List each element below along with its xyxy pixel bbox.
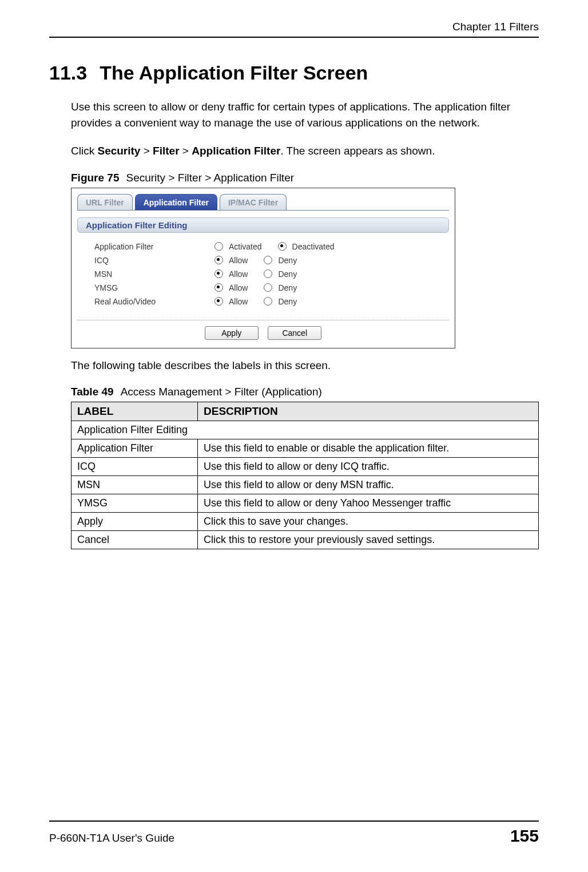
radio-label: Deny — [278, 297, 297, 306]
form-row-label: YMSG — [94, 283, 214, 292]
table-cell-description: Use this field to allow or deny Yahoo Me… — [198, 494, 539, 513]
form-row-label: Real Audio/Video — [94, 297, 214, 306]
tabs-row: URL Filter Application Filter IP/MAC Fil… — [71, 188, 455, 210]
radio-group: AllowDeny — [214, 283, 307, 292]
radio-label: Deny — [278, 283, 297, 292]
radio-group: AllowDeny — [214, 269, 307, 279]
radio-option[interactable] — [264, 283, 272, 292]
table-caption-text: Access Management > Filter (Application) — [121, 386, 322, 398]
screenshot-figure: URL Filter Application Filter IP/MAC Fil… — [71, 188, 455, 348]
radio-option[interactable] — [214, 242, 223, 251]
table-header-label: LABEL — [71, 402, 198, 421]
table-number: Table 49 — [71, 386, 114, 398]
radio-label: Deny — [278, 269, 297, 279]
radio-option[interactable] — [214, 256, 223, 264]
table-cell-label: Application Filter — [71, 439, 198, 458]
radio-label: Allow — [229, 297, 248, 306]
radio-label: Deny — [278, 256, 297, 265]
table-cell-description: Click this to save your changes. — [198, 513, 539, 531]
click-prefix: Click — [71, 145, 97, 157]
click-path-filter: Filter — [153, 145, 179, 157]
form-row-label: MSN — [94, 269, 214, 279]
tab-application-filter[interactable]: Application Filter — [135, 194, 217, 210]
click-path-security: Security — [97, 145, 140, 157]
radio-label: Activated — [229, 242, 262, 251]
table-cell-label: ICQ — [71, 458, 198, 476]
tab-url-filter[interactable]: URL Filter — [77, 194, 133, 210]
radio-label: Allow — [229, 269, 248, 279]
figure-caption-text: Security > Filter > Application Filter — [126, 172, 294, 184]
form-row: MSNAllowDeny — [94, 267, 448, 281]
figure-number: Figure 75 — [71, 172, 119, 184]
table-body: Application Filter EditingApplication Fi… — [71, 421, 539, 549]
tab-ipmac-filter[interactable]: IP/MAC Filter — [220, 194, 287, 210]
description-table: LABEL DESCRIPTION Application Filter Edi… — [71, 402, 539, 549]
form-row-label: Application Filter — [94, 242, 214, 251]
radio-label: Allow — [229, 283, 248, 292]
table-row: ApplyClick this to save your changes. — [71, 513, 539, 531]
radio-group: AllowDeny — [214, 256, 307, 265]
table-header-description: DESCRIPTION — [198, 402, 539, 421]
section-title: The Application Filter Screen — [100, 62, 368, 84]
table-row: ICQUse this field to allow or deny ICQ t… — [71, 458, 539, 476]
click-path-paragraph: Click Security > Filter > Application Fi… — [71, 143, 539, 159]
radio-option[interactable] — [214, 283, 223, 292]
form-row: YMSGAllowDeny — [94, 281, 448, 295]
table-cell-description: Use this field to allow or deny MSN traf… — [198, 476, 539, 494]
form-row: Application FilterActivatedDeactivated — [94, 240, 448, 253]
section-number: 11.3 — [49, 62, 87, 84]
table-cell-label: MSN — [71, 476, 198, 494]
form-area: Application FilterActivatedDeactivatedIC… — [71, 233, 455, 312]
click-suffix: . The screen appears as shown. — [280, 145, 435, 157]
radio-option[interactable] — [264, 297, 272, 306]
table-caption: Table 49Access Management > Filter (Appl… — [71, 386, 539, 398]
form-row-label: ICQ — [94, 256, 214, 265]
table-row: MSNUse this field to allow or deny MSN t… — [71, 476, 539, 494]
table-row: Application Filter Editing — [71, 421, 539, 439]
page-footer: P-660N-T1A User's Guide 155 — [49, 821, 539, 846]
radio-option[interactable] — [214, 297, 223, 306]
click-sep2: > — [180, 145, 192, 157]
form-row: Real Audio/VideoAllowDeny — [94, 295, 448, 308]
after-figure-paragraph: The following table describes the labels… — [71, 358, 539, 374]
chapter-label: Chapter 11 Filters — [49, 21, 539, 33]
table-row: Application FilterUse this field to enab… — [71, 439, 539, 458]
radio-group: AllowDeny — [214, 297, 307, 306]
table-row: CancelClick this to restore your previou… — [71, 531, 539, 549]
figure-caption: Figure 75Security > Filter > Application… — [71, 172, 539, 184]
table-cell-description: Click this to restore your previously sa… — [198, 531, 539, 549]
radio-group: ActivatedDeactivated — [214, 242, 345, 251]
footer-guide-name: P-660N-T1A User's Guide — [49, 832, 174, 845]
radio-option[interactable] — [278, 242, 287, 251]
footer-page-number: 155 — [510, 826, 539, 846]
intro-paragraph: Use this screen to allow or deny traffic… — [71, 99, 539, 130]
radio-option[interactable] — [264, 256, 272, 264]
table-cell-label: Apply — [71, 513, 198, 531]
table-row: YMSGUse this field to allow or deny Yaho… — [71, 494, 539, 513]
radio-label: Allow — [229, 256, 248, 265]
button-row: Apply Cancel — [71, 320, 455, 348]
table-cell-label: Cancel — [71, 531, 198, 549]
form-row: ICQAllowDeny — [94, 253, 448, 267]
radio-option[interactable] — [214, 269, 223, 278]
table-cell-description: Use this field to allow or deny ICQ traf… — [198, 458, 539, 476]
section-heading: 11.3The Application Filter Screen — [49, 62, 539, 84]
table-cell-label: YMSG — [71, 494, 198, 513]
radio-option[interactable] — [264, 269, 272, 278]
section-bar: Application Filter Editing — [77, 217, 449, 233]
table-section-heading: Application Filter Editing — [71, 421, 539, 439]
cancel-button[interactable]: Cancel — [268, 326, 321, 340]
table-cell-description: Use this field to enable or disable the … — [198, 439, 539, 458]
radio-label: Deactivated — [292, 242, 335, 251]
click-path-appfilter: Application Filter — [192, 145, 280, 157]
click-sep1: > — [140, 145, 153, 157]
apply-button[interactable]: Apply — [205, 326, 259, 340]
